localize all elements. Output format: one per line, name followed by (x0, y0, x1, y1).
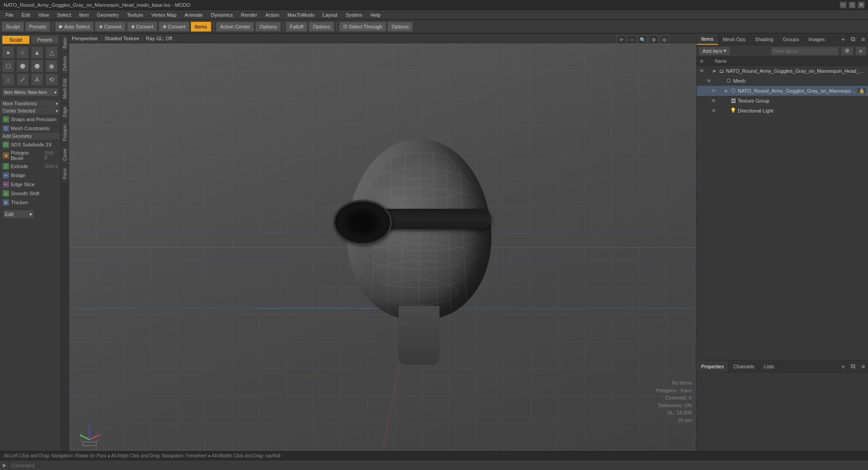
properties-tab[interactable]: Properties (697, 361, 729, 372)
viewport-canvas[interactable]: No Items Polygons : Face Channels: 0 Def… (69, 43, 696, 451)
groups-tab[interactable]: Groups (778, 33, 804, 45)
sculpt-tab[interactable]: Sculpt (2, 35, 30, 44)
menu-item-help[interactable]: Help (367, 11, 384, 19)
vert-tab-basic[interactable]: Basic (61, 33, 69, 52)
rb-more-btn[interactable]: ≡ (858, 362, 868, 371)
options1-button[interactable]: Options (255, 22, 281, 32)
tool-smooth-shift[interactable]: ⊿ Smooth Shift (1, 189, 60, 198)
vert-tab-form[interactable]: Form (61, 164, 69, 183)
rb-plus-btn[interactable]: + (838, 362, 848, 371)
tool-icon-5[interactable]: ⬡ (2, 60, 14, 72)
convert2-button[interactable]: ◈ Convert (127, 22, 158, 32)
tool-sds-subdivide[interactable]: ⬡ SDS Subdivide 2X (1, 140, 60, 149)
channels-tab[interactable]: Channels (729, 361, 759, 372)
menu-item-maxtomodo[interactable]: MaxToModo (284, 11, 318, 19)
eye-3[interactable]: 👁 (710, 98, 717, 104)
command-input[interactable] (9, 461, 868, 470)
menu-item-view[interactable]: View (35, 11, 53, 19)
vp-ctrl-1[interactable]: ⟳ (617, 35, 626, 44)
tool-icon-8[interactable]: ◉ (45, 60, 58, 72)
tool-extrude[interactable]: ⟦ Extrude Shift-X (1, 162, 60, 171)
rb-expand-btn[interactable]: ⧉ (848, 362, 858, 371)
vert-tab-curve[interactable]: Curve (61, 145, 69, 164)
vp-ctrl-2[interactable]: + (627, 35, 637, 44)
shading-tab[interactable]: Shading (750, 33, 778, 45)
add-item-button[interactable]: Add Item ▾ (698, 47, 731, 56)
vert-tab-deform[interactable]: Deform (61, 52, 69, 75)
select-through-button[interactable]: ⊡ Select Through (339, 22, 386, 32)
close-button[interactable]: ✕ (858, 2, 864, 8)
perspective-label[interactable]: Perspective (72, 36, 98, 41)
presets-tab[interactable]: Presets (31, 35, 59, 44)
menu-item-texture[interactable]: Texture (123, 11, 147, 19)
right-tab-add-btn[interactable]: + (838, 34, 848, 44)
menu-item-file[interactable]: File (2, 11, 17, 19)
vp-ctrl-3[interactable]: 🔍 (638, 35, 647, 44)
items-button[interactable]: Items (191, 22, 211, 32)
tool-icon-7[interactable]: ⬣ (31, 60, 43, 72)
menu-item-item[interactable]: Item (75, 11, 92, 19)
eye-0[interactable]: 👁 (698, 68, 705, 74)
tool-icon-10[interactable]: ⤢ (16, 73, 29, 86)
maximize-button[interactable]: □ (849, 2, 855, 8)
convert1-button[interactable]: ◈ Convert (95, 22, 126, 32)
action-center-button[interactable]: Action Center (216, 22, 255, 32)
tree-item-4[interactable]: 👁 ▶ 💡 Directional Light (697, 106, 868, 116)
images-tab[interactable]: Images (804, 33, 830, 45)
shaded-texture-label[interactable]: Shaded Texture (104, 36, 139, 41)
tool-icon-11[interactable]: A (31, 73, 43, 86)
item-menu-dropdown[interactable]: Item Menu: New Item ▾ (2, 88, 59, 97)
filter-btn-2[interactable]: ≡ (855, 47, 866, 56)
tool-thicken[interactable]: ⊞ Thicken (1, 198, 60, 207)
tree-item-1[interactable]: 👁 ▶ ⬡ Mesh (697, 76, 868, 86)
convert3-button[interactable]: ◈ Convert (159, 22, 189, 32)
options3-button[interactable]: Options (387, 22, 413, 32)
menu-item-system[interactable]: System (342, 11, 366, 19)
vert-tab-polygon[interactable]: Polygon (61, 121, 69, 145)
falloff-button[interactable]: Falloff (286, 22, 307, 32)
tool-icon-6[interactable]: ⬢ (16, 60, 29, 72)
tool-icon-3[interactable]: ▲ (31, 46, 43, 59)
tree-item-3[interactable]: 👁 ▶ 🖼 Texture Group (697, 96, 868, 106)
menu-item-dynamics[interactable]: Dynamics (208, 11, 236, 19)
eye-1[interactable]: 👁 (706, 78, 712, 84)
tool-icon-4[interactable]: △ (45, 46, 58, 59)
menu-item-vertex map[interactable]: Vertex Map (148, 11, 180, 19)
menu-item-animate[interactable]: Animate (181, 11, 206, 19)
vp-ctrl-5[interactable]: ⧉ (660, 35, 669, 44)
center-selected-header[interactable]: Center Selected ▾ (1, 108, 60, 114)
tool-icon-12[interactable]: ⟲ (45, 73, 58, 86)
options2-button[interactable]: Options (309, 22, 334, 32)
auto-select-button[interactable]: ▶ Auto Select (55, 22, 94, 32)
arrow-2[interactable]: ▶ (725, 88, 730, 93)
tool-polygon-bevel[interactable]: ◈ Polygon Bevel Shift-B (1, 149, 60, 162)
ray-gl-label[interactable]: Ray GL: Off (146, 36, 172, 41)
tree-item-2[interactable]: 👁 ▶ ⬡ NATO_Round_Army_Goggles_Gray_on_Ma… (697, 86, 868, 96)
menu-item-geometry[interactable]: Geometry (93, 11, 122, 19)
right-panel-expand-btn[interactable]: ⧉ (848, 34, 858, 44)
menu-item-action[interactable]: Action (262, 11, 283, 19)
tool-icon-9[interactable]: ↕ (2, 73, 14, 86)
presets-button[interactable]: Presets (25, 22, 50, 32)
sculpt-button[interactable]: Sculpt (2, 22, 24, 32)
mesh-constraints-item[interactable]: ⊡ Mesh Constraints (1, 124, 60, 133)
filter-items-input[interactable] (770, 47, 839, 56)
eye-2[interactable]: 👁 (710, 88, 717, 94)
edit-select[interactable]: Edit ▾ (3, 210, 34, 219)
menu-item-render[interactable]: Render (237, 11, 261, 19)
tool-edge-slice[interactable]: ✂ Edge Slice (1, 180, 60, 189)
menu-item-edit[interactable]: Edit (18, 11, 34, 19)
menu-item-layout[interactable]: Layout (319, 11, 341, 19)
vert-tab-mesh-edit[interactable]: Mesh Edit (61, 75, 69, 102)
tool-icon-2[interactable]: ○ (16, 46, 29, 59)
menu-item-select[interactable]: Select (53, 11, 75, 19)
snaps-precision-item[interactable]: ⊹ Snaps and Precision (1, 115, 60, 124)
more-transforms-header[interactable]: More Transforms ▾ (1, 100, 60, 107)
tree-item-0[interactable]: 👁 ▶ 🗂 NATO_Round_Army_Goggles_Gray_on_Ma… (697, 66, 868, 76)
arrow-0[interactable]: ▶ (713, 68, 718, 73)
right-panel-more-btn[interactable]: ≡ (858, 34, 868, 44)
vert-tab-edge[interactable]: Edge (61, 103, 69, 121)
filter-btn-1[interactable]: ⚙ (841, 47, 854, 56)
vp-ctrl-4[interactable]: ⚙ (649, 35, 658, 44)
lists-tab[interactable]: Lists (760, 361, 779, 372)
